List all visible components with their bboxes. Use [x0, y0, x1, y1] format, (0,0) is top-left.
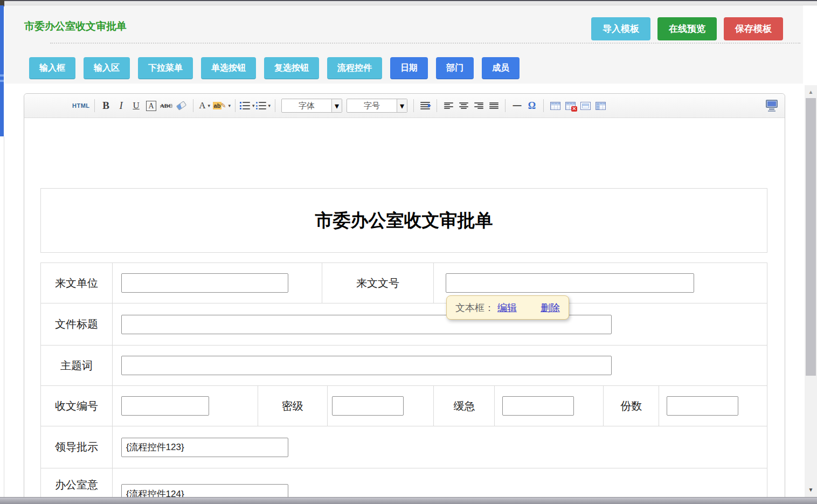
label-source-unit: 来文单位 [41, 263, 113, 303]
align-center-button[interactable] [456, 98, 470, 113]
widget-textarea-button[interactable]: 输入区 [84, 57, 130, 79]
header-panel: 市委办公室收文审批单 导入模板 在线预览 保存模板 输入框 输入区 下拉菜单 单… [4, 5, 803, 84]
toolbar-separator [437, 99, 437, 112]
scroll-up-arrow-icon[interactable]: ▲ [805, 87, 817, 96]
ordered-list-icon [240, 102, 250, 109]
align-right-button[interactable] [472, 98, 486, 113]
table-cell [328, 386, 434, 426]
import-template-button[interactable]: 导入模板 [591, 17, 650, 40]
tooltip-delete-link[interactable]: 删除 [541, 301, 560, 314]
toolbar-separator [413, 99, 414, 112]
subject-words-input[interactable] [121, 356, 612, 375]
indent-button[interactable] [418, 98, 432, 113]
table-cell [113, 346, 767, 386]
form-title: 市委办公室收文审批单 [315, 209, 493, 233]
widget-button-row: 输入框 输入区 下拉菜单 单选按钮 复选按钮 流程控件 日期 部门 成员 [29, 57, 520, 79]
label-receipt-number: 收文编号 [41, 386, 113, 426]
align-center-icon [459, 102, 468, 109]
cell-properties-icon [596, 102, 606, 110]
header-divider [50, 43, 800, 44]
leader-comments-input[interactable] [121, 438, 288, 457]
format-block-button[interactable]: A [146, 101, 156, 111]
left-hairline [4, 136, 4, 497]
left-edge-accent [0, 5, 4, 136]
receipt-number-input[interactable] [121, 396, 209, 416]
widget-flow-control-button[interactable]: 流程控件 [327, 57, 382, 79]
widget-input-box-button[interactable]: 输入框 [29, 57, 75, 79]
label-document-number: 来文文号 [322, 263, 434, 303]
source-code-button[interactable]: HTML [72, 98, 90, 113]
online-preview-button[interactable]: 在线预览 [657, 17, 717, 40]
ordered-list-button[interactable]: ▾ [240, 98, 255, 113]
vertical-scrollbar[interactable]: ▲ ▼ [805, 85, 817, 497]
left-accent-dash [0, 74, 4, 77]
page-title: 市委办公室收文审批单 [24, 19, 127, 33]
align-justify-button[interactable] [487, 98, 501, 113]
tooltip-edit-link[interactable]: 编辑 [497, 301, 517, 314]
save-template-button[interactable]: 保存模板 [724, 17, 783, 40]
monitor-icon [766, 100, 778, 108]
italic-button[interactable]: I [114, 98, 128, 113]
cell-properties-button[interactable] [593, 98, 607, 113]
scrollbar-thumb[interactable] [806, 98, 816, 376]
table-delete-icon: ✕ [565, 102, 576, 110]
special-char-button[interactable]: Ω [525, 98, 539, 113]
scroll-down-arrow-icon[interactable]: ▼ [805, 485, 817, 494]
chevron-down-icon: ▾ [252, 103, 255, 108]
strikethrough-button[interactable]: ABC [160, 98, 174, 113]
align-left-button[interactable] [441, 98, 455, 113]
form-title-table: 市委办公室收文审批单 [40, 188, 767, 253]
bold-button[interactable]: B [99, 98, 113, 113]
widget-checkbox-button[interactable]: 复选按钮 [264, 57, 319, 79]
delete-table-button[interactable]: ✕ [563, 98, 577, 113]
toolbar-separator [543, 99, 544, 112]
eraser-icon [176, 101, 187, 111]
toolbar-separator [94, 99, 95, 112]
bullet-list-icon [256, 102, 266, 109]
indent-icon [420, 102, 430, 109]
action-button-row: 导入模板 在线预览 保存模板 [591, 17, 783, 40]
widget-date-button[interactable]: 日期 [390, 57, 428, 79]
table-cell [113, 426, 767, 468]
insert-table-button[interactable] [548, 98, 562, 113]
chevron-down-icon: ▾ [207, 103, 210, 108]
label-subject-words: 主题词 [41, 346, 113, 386]
editor-toolbar: HTML B I U A ABC A ▾ ab ✎ ▾ ▾ [24, 94, 785, 118]
chevron-down-icon: ▾ [331, 99, 342, 112]
highlight-color-button[interactable]: ab ✎ ▾ [213, 98, 231, 113]
table-cell [495, 386, 604, 426]
security-level-input[interactable] [332, 396, 404, 416]
font-color-button[interactable]: A ▾ [198, 98, 212, 113]
source-unit-input[interactable] [121, 273, 288, 293]
unordered-list-button[interactable]: ▾ [256, 98, 271, 113]
copies-input[interactable] [667, 396, 738, 416]
table-properties-button[interactable] [578, 98, 592, 113]
fullscreen-button[interactable] [765, 98, 779, 113]
font-size-select[interactable]: 字号 ▾ [347, 99, 407, 113]
table-row: 主题词 [41, 346, 767, 386]
chevron-down-icon: ▾ [397, 99, 407, 112]
toolbar-separator [505, 99, 506, 112]
remove-format-button[interactable] [175, 98, 189, 113]
monitor-base [768, 111, 776, 112]
font-family-select[interactable]: 字体 ▾ [281, 99, 342, 113]
toolbar-separator [235, 99, 236, 112]
align-left-icon [444, 102, 453, 109]
pencil-icon: ✎ [220, 102, 226, 109]
table-properties-icon [580, 102, 591, 110]
window-bottom-edge [0, 497, 817, 504]
widget-department-button[interactable]: 部门 [436, 57, 474, 79]
horizontal-rule-button[interactable]: — [510, 98, 524, 113]
underline-button[interactable]: U [129, 98, 143, 113]
urgency-input[interactable] [502, 396, 574, 416]
tooltip-label: 文本框： [455, 301, 494, 314]
chevron-down-icon: ▾ [268, 103, 271, 108]
form-table: 来文单位 来文文号 文件标题 主题词 收文编号 密级 缓急 份数 [40, 263, 767, 504]
widget-dropdown-button[interactable]: 下拉菜单 [138, 57, 193, 79]
chevron-down-icon: ▾ [228, 103, 231, 108]
widget-edit-tooltip: 文本框： 编辑 删除 [446, 295, 569, 320]
widget-radio-button[interactable]: 单选按钮 [201, 57, 256, 79]
monitor-stand [769, 108, 774, 110]
widget-member-button[interactable]: 成员 [482, 57, 520, 79]
document-number-input[interactable] [446, 273, 694, 293]
